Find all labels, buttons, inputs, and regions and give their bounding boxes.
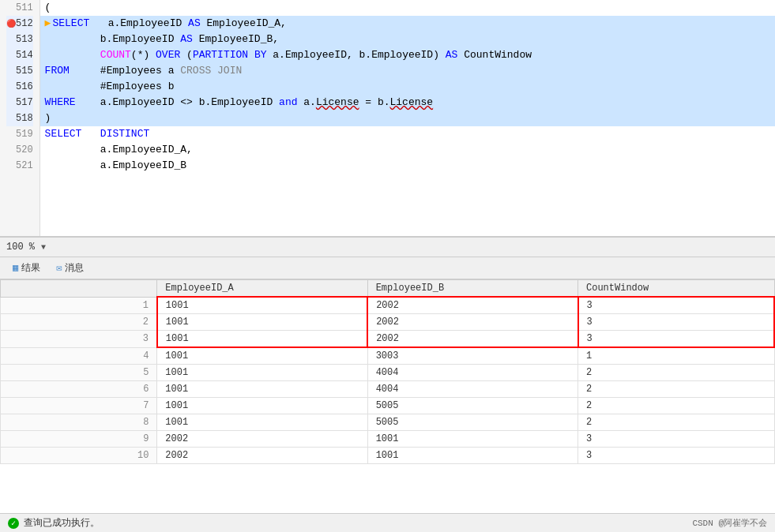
code-line-514: COUNT(*) OVER (PARTITION BY a.EmployeeID… [40,47,775,63]
tab-results-label: 结果 [21,261,40,275]
zoom-label: 100 % [6,242,35,253]
col-b-cell: 5005 [367,398,577,414]
col-c-cell: 2 [578,398,775,414]
col-c-cell: 3 [578,314,775,331]
col-b-cell: 3003 [367,347,577,365]
row-num-cell: 7 [1,398,157,414]
tab-messages-label: 消息 [65,261,84,275]
code-line-517: WHERE a.EmployeeID <> b.EmployeeID and a… [40,95,775,111]
tab-results[interactable]: ▦ 结果 [6,260,47,276]
code-line-519: SELECT DISTINCT [40,126,775,142]
col-b-cell: 2002 [367,314,577,331]
code-area: 511🔴512513514515516517518519520521 (▶SEL… [0,0,775,236]
line-number-512: 🔴512 [6,16,33,32]
line-number-518: 518 [6,111,33,126]
line-number-514: 514 [6,47,33,63]
code-content[interactable]: (▶SELECT a.EmployeeID AS EmployeeID_A, b… [40,0,775,236]
col-a-cell: 1001 [157,365,367,381]
row-num-cell: 4 [1,347,157,365]
col-c-cell: 2 [578,414,775,431]
table-row: 3100120023 [1,331,775,348]
col-b-cell: 1001 [367,431,577,448]
table-row: 6100140042 [1,381,775,398]
line-number-521: 521 [6,158,33,174]
line-numbers: 511🔴512513514515516517518519520521 [0,0,40,236]
col-b-cell: 2002 [367,297,577,314]
row-num-cell: 10 [1,448,157,464]
col-b-cell: 2002 [367,331,577,348]
row-num-cell: 5 [1,365,157,381]
code-editor: 511🔴512513514515516517518519520521 (▶SEL… [0,0,775,237]
col-b-cell: 4004 [367,381,577,398]
table-row: 8100150052 [1,414,775,431]
table-row: 7100150052 [1,398,775,414]
row-num-cell: 8 [1,414,157,431]
code-line-521: a.EmployeeID_B [40,158,775,174]
col-a-cell: 2002 [157,431,367,448]
col-c-cell: 1 [578,347,775,365]
line-number-515: 515 [6,63,33,79]
code-line-511: ( [40,0,775,16]
results-table: EmployeeID_A EmployeeID_B CountWindow 11… [0,279,775,464]
col-a-cell: 1001 [157,347,367,365]
status-left: ✓ 查询已成功执行。 [8,516,100,530]
code-line-515: FROM #Employees a CROSS JOIN [40,63,775,79]
table-row: 4100130031 [1,347,775,365]
results-wrapper[interactable]: EmployeeID_A EmployeeID_B CountWindow 11… [0,279,775,513]
col-a-cell: 2002 [157,448,367,464]
col-c-cell: 3 [578,297,775,314]
tab-messages[interactable]: ✉ 消息 [50,260,90,276]
col-header-b: EmployeeID_B [367,280,577,298]
message-icon: ✉ [56,262,62,274]
line-number-511: 511 [6,0,33,16]
code-line-516: #Employees b [40,79,775,95]
line-number-519: 519 [6,126,33,142]
main-content: 511🔴512513514515516517518519520521 (▶SEL… [0,0,775,532]
table-icon: ▦ [13,262,18,274]
col-a-cell: 1001 [157,331,367,348]
table-row: 10200210013 [1,448,775,464]
col-a-cell: 1001 [157,297,367,314]
line-number-516: 516 [6,79,33,95]
code-line-513: b.EmployeeID AS EmployeeID_B, [40,32,775,47]
status-success-icon: ✓ [8,518,19,529]
col-c-cell: 3 [578,331,775,348]
col-c-cell: 2 [578,365,775,381]
col-c-cell: 3 [578,448,775,464]
col-header-c: CountWindow [578,280,775,298]
table-row: 9200210013 [1,431,775,448]
code-line-518: ) [40,111,775,126]
col-a-cell: 1001 [157,381,367,398]
col-header-a: EmployeeID_A [157,280,367,298]
col-b-cell: 1001 [367,448,577,464]
line-number-513: 513 [6,32,33,47]
col-a-cell: 1001 [157,314,367,331]
row-num-cell: 2 [1,314,157,331]
row-num-cell: 6 [1,381,157,398]
status-bar: ✓ 查询已成功执行。 CSDN @阿崔学不会 [0,513,775,532]
tabs-bar: ▦ 结果 ✉ 消息 [0,257,775,279]
row-num-cell: 9 [1,431,157,448]
code-line-512: ▶SELECT a.EmployeeID AS EmployeeID_A, [40,16,775,32]
table-row: 1100120023 [1,297,775,314]
table-row: 2100120023 [1,314,775,331]
table-row: 5100140042 [1,365,775,381]
zoom-dropdown-icon[interactable]: ▼ [41,243,46,252]
zoom-toolbar: 100 % ▼ [0,237,775,257]
status-message: 查询已成功执行。 [24,516,100,530]
col-c-cell: 2 [578,381,775,398]
code-line-520: a.EmployeeID_A, [40,142,775,158]
status-watermark: CSDN @阿崔学不会 [692,517,767,529]
col-a-cell: 1001 [157,398,367,414]
col-b-cell: 4004 [367,365,577,381]
col-c-cell: 3 [578,431,775,448]
line-number-517: 517 [6,95,33,111]
col-a-cell: 1001 [157,414,367,431]
col-header-rownum [1,280,157,298]
col-b-cell: 5005 [367,414,577,431]
row-num-cell: 1 [1,297,157,314]
table-header-row: EmployeeID_A EmployeeID_B CountWindow [1,280,775,298]
row-num-cell: 3 [1,331,157,348]
line-number-520: 520 [6,142,33,158]
